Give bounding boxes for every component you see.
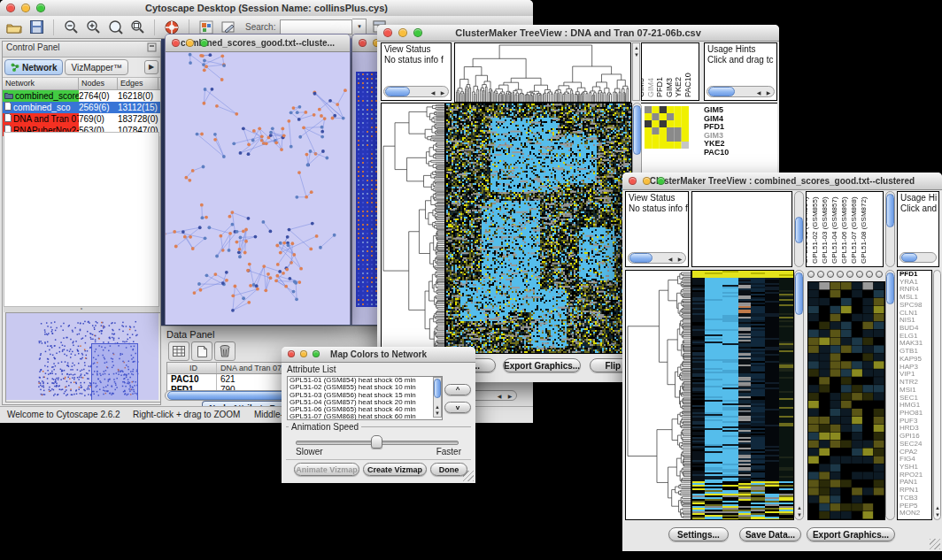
column-label[interactable]: GPL51-07 (GSM868) <box>849 196 859 264</box>
scroll-left-icon[interactable]: ◀ <box>666 257 675 262</box>
attribute-list-vscrollbar[interactable]: ▲ ▼ <box>433 377 442 418</box>
scroll-right-icon[interactable]: ▶ <box>676 257 684 262</box>
column-label[interactable]: YKE2 <box>674 77 683 97</box>
tabs-overflow-icon[interactable]: ▶ <box>144 60 158 74</box>
scroll-left-icon[interactable]: ◀ <box>495 394 504 399</box>
close-button[interactable] <box>359 39 367 47</box>
zoom-fit-icon[interactable] <box>106 19 124 36</box>
zoom-button[interactable] <box>657 177 665 185</box>
minimize-button[interactable] <box>300 350 307 357</box>
column-toggle[interactable] <box>807 271 815 278</box>
column-toggle[interactable] <box>866 271 873 278</box>
column-label[interactable]: GIM4 <box>646 78 656 97</box>
column-dendrogram-canvas[interactable] <box>454 42 631 103</box>
scroll-left-icon[interactable]: ◀ <box>754 90 763 96</box>
scroll-down-icon[interactable]: ▼ <box>632 52 641 58</box>
column-toggle[interactable] <box>837 271 844 278</box>
column-label[interactable]: PFD1 <box>655 77 665 97</box>
usage-hints-hscrollbar[interactable]: ◀ ▶ <box>706 86 775 97</box>
attribute-select-icon[interactable] <box>168 341 189 361</box>
column-label[interactable]: GPL51-03 (GSM856) <box>820 196 830 264</box>
treeview2-button-3[interactable]: Export Graphics... <box>807 527 895 541</box>
zoom-vscrollbar[interactable] <box>885 270 895 520</box>
scroll-down-icon[interactable]: ▼ <box>933 512 941 518</box>
column-label[interactable]: PAC10 <box>683 73 693 97</box>
dendrogram-scroll-strip[interactable]: ▲ ▼ <box>632 42 640 101</box>
network-overview-canvas[interactable] <box>6 313 158 400</box>
column-labels-vscrollbar[interactable] <box>885 191 895 267</box>
new-attribute-icon[interactable] <box>191 341 212 361</box>
column-toggle[interactable] <box>817 271 824 278</box>
scroll-right-icon[interactable]: ▶ <box>438 90 447 96</box>
column-vscrollbar[interactable] <box>794 191 804 267</box>
treeview2-button-2[interactable]: Save Data... <box>739 527 801 541</box>
heatmap-vscrollbar[interactable]: ▲ ▼ <box>794 270 804 520</box>
correlation-matrix-canvas[interactable] <box>645 106 689 149</box>
tab-vizmapper[interactable]: VizMapper™ <box>65 59 128 75</box>
save-session-icon[interactable] <box>27 19 45 36</box>
column-label[interactable]: GPL51-02 (GSM855) <box>810 196 820 264</box>
scroll-up-icon[interactable]: ▲ <box>433 404 442 410</box>
search-input[interactable] <box>280 19 352 35</box>
dialog-titlebar[interactable]: Map Colors to Network <box>282 347 475 363</box>
zoom-heatmap-canvas[interactable] <box>807 281 885 520</box>
treeview1-titlebar[interactable]: ClusterMaker TreeView : DNA and Tran 07-… <box>377 25 779 42</box>
zoom-button[interactable] <box>36 4 45 12</box>
network-row[interactable]: combined_scores2764(0)16218(0) <box>3 90 160 102</box>
column-label[interactable]: GPL51-06 (GSM865) <box>839 196 849 264</box>
close-button[interactable] <box>6 4 15 12</box>
column-label[interactable]: GPL51-04 (GSM857) <box>830 196 839 264</box>
close-button[interactable] <box>383 28 392 37</box>
column-label[interactable]: GIM3 <box>665 78 675 97</box>
view-status-hscrollbar[interactable]: ◀ ▶ <box>628 252 686 264</box>
scroll-right-icon[interactable]: ▶ <box>764 90 773 96</box>
zoom-button[interactable] <box>200 39 208 47</box>
animation-speed-slider-thumb[interactable] <box>371 435 382 449</box>
column-label[interactable]: GPL51-08 (GSM872) <box>859 196 869 264</box>
column-toggle[interactable] <box>846 271 853 278</box>
create-vizmap-button[interactable]: Create Vizmap <box>363 463 427 476</box>
network-view-canvas[interactable] <box>166 52 350 325</box>
zoom-in-icon[interactable] <box>84 19 102 36</box>
scroll-down-icon[interactable]: ▼ <box>433 410 442 416</box>
scroll-up-icon[interactable]: ▲ <box>795 505 804 510</box>
delete-attribute-icon[interactable] <box>214 341 236 361</box>
move-down-button[interactable]: v <box>444 402 471 413</box>
heatmap-canvas[interactable] <box>445 103 632 354</box>
network-table-header-cell[interactable]: Edges <box>118 78 158 89</box>
gene-label[interactable]: MON2 <box>898 510 931 518</box>
heatmap-canvas[interactable] <box>691 270 794 520</box>
close-button[interactable] <box>629 177 637 185</box>
view-status-hscrollbar[interactable]: ◀ ▶ <box>383 86 449 97</box>
scroll-up-icon[interactable]: ▲ <box>933 505 941 510</box>
treeview2-titlebar[interactable]: ClusterMaker TreeView : combined_scores_… <box>622 173 942 190</box>
zoom-button[interactable] <box>313 350 320 357</box>
treeview2-button-1[interactable]: Settings... <box>668 527 729 541</box>
tab-network[interactable]: Network <box>4 59 63 75</box>
scroll-left-icon[interactable]: ◀ <box>429 90 437 96</box>
network-view-titlebar[interactable]: combined_scores_good.txt--cluste... <box>166 35 350 52</box>
close-button[interactable] <box>172 39 180 47</box>
minimize-button[interactable] <box>643 177 651 185</box>
row-dendrogram-canvas[interactable] <box>625 270 691 520</box>
close-button[interactable] <box>288 350 295 357</box>
zoom-button[interactable] <box>413 28 422 37</box>
gene-list-vscrollbar[interactable]: ▲ ▼ <box>933 270 941 520</box>
minimize-button[interactable] <box>21 4 30 12</box>
scroll-right-icon[interactable]: ▶ <box>506 394 514 399</box>
resize-grip[interactable] <box>930 539 940 549</box>
usage-hints-hscrollbar[interactable] <box>900 252 937 263</box>
zoom-gene-label[interactable]: PAC10 <box>704 149 757 157</box>
network-row[interactable]: DNA and Tran 07769(0)183728(0) <box>3 113 160 125</box>
float-panel-icon[interactable] <box>147 42 157 54</box>
minimize-button[interactable] <box>186 39 194 47</box>
move-up-button[interactable]: ^ <box>444 384 471 395</box>
minimize-button[interactable] <box>398 28 407 37</box>
zoom-selected-icon[interactable] <box>128 19 146 36</box>
column-toggle[interactable] <box>827 271 834 278</box>
cytoscape-titlebar[interactable]: Cytoscape Desktop (Session Name: collins… <box>0 0 533 17</box>
network-row[interactable]: combined_sco2569(6)13112(15) <box>3 102 160 113</box>
open-session-icon[interactable] <box>5 19 23 36</box>
column-toggle[interactable] <box>876 271 883 278</box>
column-toggle[interactable] <box>856 271 863 278</box>
